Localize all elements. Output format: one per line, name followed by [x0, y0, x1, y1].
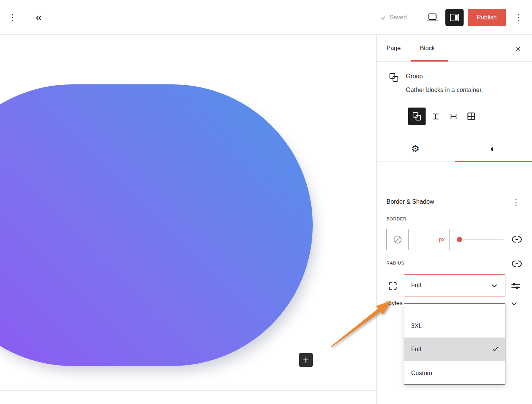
block-description: Gather blocks in a container.	[406, 87, 483, 93]
border-width-slider-track[interactable]	[459, 239, 504, 240]
add-block-button[interactable]: +	[299, 353, 313, 367]
stack-variation-icon	[449, 112, 458, 121]
block-editor: ⋮ « Saved Publish ⋮ +	[0, 0, 532, 404]
menu-item-label: Custom	[411, 370, 432, 377]
border-width-input[interactable]: px	[408, 229, 450, 250]
tab-styles[interactable]: ◐	[454, 136, 532, 162]
border-label: BORDER	[386, 217, 407, 221]
grid-variation-icon	[466, 111, 476, 121]
styles-accordion[interactable]: Styles	[377, 162, 532, 188]
group-block-gradient-shape[interactable]	[0, 84, 313, 366]
panel-title: Border & Shadow	[386, 198, 434, 205]
laptop-icon	[426, 12, 439, 23]
panel-options-icon[interactable]: ⋮	[510, 195, 522, 210]
menu-item-label: 3XL	[411, 323, 422, 330]
border-unit-label: px	[439, 236, 445, 242]
check-icon	[492, 345, 499, 353]
variation-grid-button[interactable]	[462, 108, 480, 125]
radius-advanced-settings-icon[interactable]	[510, 282, 521, 290]
more-options-icon[interactable]: ⋮	[512, 9, 524, 26]
chevron-down-icon	[509, 299, 519, 308]
sidebar-tabbar: Page Block	[377, 35, 532, 62]
preview-icon[interactable]	[425, 11, 440, 24]
all-corners-icon	[388, 281, 398, 291]
canvas-bottom-divider	[0, 390, 377, 391]
menu-item-label: Full	[411, 346, 421, 353]
variation-group-button[interactable]	[408, 108, 426, 125]
radius-select[interactable]: Full	[404, 274, 505, 296]
saved-status[interactable]: Saved	[380, 9, 407, 26]
radius-dropdown-menu: 3XL Full Custom	[404, 303, 505, 385]
chevron-down-icon	[490, 281, 499, 290]
toolbar-divider	[26, 10, 26, 25]
sidebar-panel-icon	[450, 13, 459, 22]
publish-button[interactable]: Publish	[468, 9, 506, 26]
tab-settings[interactable]: ⚙	[377, 136, 454, 162]
variation-stack-button[interactable]	[445, 108, 462, 125]
block-title: Group	[406, 73, 423, 80]
unlink-radii-icon[interactable]	[511, 260, 522, 268]
close-sidebar-button[interactable]	[510, 43, 526, 54]
border-color-button[interactable]	[387, 229, 408, 250]
menu-spacer	[404, 304, 505, 314]
editor-options-icon[interactable]: ⋮	[7, 9, 18, 26]
tab-block[interactable]: Block	[420, 35, 435, 62]
radius-label: RADIUS	[386, 261, 404, 265]
variation-row-button[interactable]	[427, 108, 444, 125]
close-icon	[515, 46, 521, 52]
group-variation-icon	[412, 111, 422, 121]
editor-canvas: +	[0, 35, 377, 404]
no-color-icon	[393, 235, 402, 244]
group-block-icon	[389, 73, 399, 82]
settings-sidebar: Page Block Group Gather blocks in a cont…	[377, 35, 532, 404]
check-icon	[380, 14, 386, 21]
unlink-sides-icon[interactable]	[511, 235, 522, 244]
active-tab-underline	[411, 60, 448, 62]
collapse-sidebar-icon[interactable]: «	[32, 8, 46, 26]
border-width-control: px	[386, 229, 450, 250]
top-toolbar: ⋮ « Saved Publish ⋮	[0, 0, 532, 35]
row-variation-icon	[431, 112, 440, 121]
saved-label: Saved	[390, 14, 407, 21]
menu-item-custom[interactable]: Custom	[404, 361, 505, 385]
settings-sidebar-toggle-button[interactable]	[445, 9, 464, 26]
border-width-slider-thumb[interactable]	[457, 237, 462, 242]
radius-select-value: Full	[411, 282, 421, 289]
menu-item-3xl[interactable]: 3XL	[404, 314, 505, 337]
menu-item-full[interactable]: Full	[404, 337, 505, 361]
styles-accordion-label: Styles	[386, 300, 403, 307]
tab-page[interactable]: Page	[386, 35, 401, 62]
